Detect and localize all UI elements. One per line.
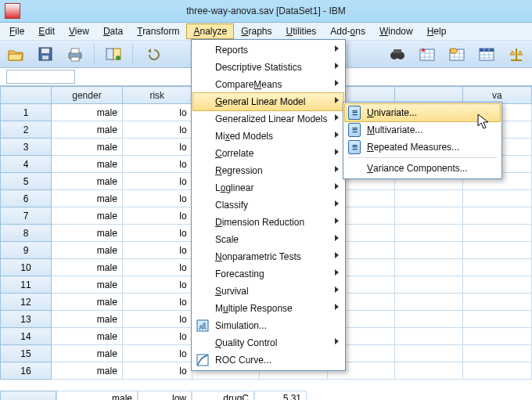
cell[interactable]	[395, 259, 463, 276]
menu-item-loglinear[interactable]: Loglinear	[193, 179, 343, 196]
cell[interactable]: lo	[122, 173, 192, 190]
cell[interactable]: lo	[122, 104, 192, 121]
cell[interactable]: drugC	[192, 391, 254, 400]
cell[interactable]	[395, 345, 463, 362]
cell[interactable]	[395, 276, 463, 294]
cell[interactable]	[462, 345, 531, 362]
column-header-risk[interactable]: risk	[122, 87, 192, 104]
cell[interactable]	[395, 362, 463, 380]
menu-graphs[interactable]: Graphs	[235, 24, 278, 38]
row-header[interactable]: 1	[1, 104, 52, 121]
menu-item-survival[interactable]: Survival	[193, 283, 343, 300]
insert-cases-button[interactable]	[416, 43, 438, 65]
cell[interactable]: lo	[122, 139, 192, 156]
cell[interactable]	[395, 311, 463, 328]
menu-item-reports[interactable]: Reports	[193, 41, 343, 59]
menu-item-variance-components[interactable]: Variance Components...	[345, 160, 500, 177]
cell[interactable]: male	[52, 294, 123, 311]
row-header[interactable]: 2	[1, 121, 52, 139]
cell[interactable]: lo	[122, 259, 192, 276]
cell[interactable]	[462, 259, 531, 276]
menu-item-compare-means[interactable]: Compare Means	[193, 76, 343, 93]
cell[interactable]	[395, 225, 463, 242]
save-button[interactable]	[34, 43, 56, 65]
cell[interactable]: male	[52, 362, 123, 380]
cell[interactable]: male	[52, 345, 123, 362]
cell[interactable]: lo	[122, 345, 192, 362]
row-header[interactable]: 12	[1, 294, 52, 311]
menu-item-dimension-reduction[interactable]: Dimension Reduction	[193, 214, 343, 231]
menu-data[interactable]: Data	[97, 24, 129, 38]
cell[interactable]: 5.31	[254, 391, 307, 400]
menu-file[interactable]: File	[3, 24, 31, 38]
row-header[interactable]: 11	[1, 276, 52, 294]
cell[interactable]	[395, 190, 463, 207]
cell[interactable]: lo	[122, 121, 192, 139]
cell[interactable]: male	[52, 139, 123, 156]
cell[interactable]: male	[52, 121, 123, 139]
cell[interactable]: lo	[122, 328, 192, 345]
menu-item-quality-control[interactable]: Quality Control	[193, 334, 343, 351]
menu-help[interactable]: Help	[421, 24, 453, 38]
row-header[interactable]: 6	[1, 190, 52, 207]
cell[interactable]: male	[52, 207, 123, 225]
menu-analyze[interactable]: Analyze	[187, 24, 233, 38]
menu-item-nonparametric-tests[interactable]: Nonparametric Tests	[193, 248, 343, 265]
menu-item-classify[interactable]: Classify	[193, 196, 343, 214]
cell[interactable]: lo	[122, 362, 192, 380]
name-box[interactable]	[6, 70, 75, 84]
menu-item-descriptive-statistics[interactable]: Descriptive Statistics	[193, 59, 343, 76]
cell[interactable]: lo	[122, 311, 192, 328]
menu-utilities[interactable]: Utilities	[280, 24, 323, 38]
row-header[interactable]: 16	[1, 362, 52, 380]
menu-item-regression[interactable]: Regression	[193, 162, 343, 179]
cell[interactable]	[395, 242, 463, 259]
row-header[interactable]: 9	[1, 242, 52, 259]
cell[interactable]: male	[52, 242, 123, 259]
cell[interactable]	[462, 294, 531, 311]
cell[interactable]: lo	[122, 190, 192, 207]
row-header[interactable]: 14	[1, 328, 52, 345]
open-button[interactable]	[5, 43, 27, 65]
row-header[interactable]: 10	[1, 259, 52, 276]
cell[interactable]: male	[52, 104, 123, 121]
row-header[interactable]: 5	[1, 173, 52, 190]
cell[interactable]	[462, 328, 531, 345]
undo-button[interactable]	[141, 43, 163, 65]
cell[interactable]: male	[52, 311, 123, 328]
row-header[interactable]: 4	[1, 156, 52, 173]
menu-item-simulation[interactable]: Simulation...	[193, 317, 343, 334]
cell[interactable]: male	[52, 190, 123, 207]
cell[interactable]: lo	[122, 242, 192, 259]
cell[interactable]	[462, 362, 531, 380]
menu-item-scale[interactable]: Scale	[193, 231, 343, 248]
menu-view[interactable]: View	[63, 24, 95, 38]
menu-item-univariate[interactable]: ☰Univariate...	[345, 104, 500, 121]
find-button[interactable]	[386, 43, 408, 65]
menu-item-correlate[interactable]: Correlate	[193, 145, 343, 162]
cell[interactable]	[395, 328, 463, 345]
menu-item-general-linear-model[interactable]: General Linear Model	[193, 93, 343, 110]
cell[interactable]: lo	[122, 156, 192, 173]
cell[interactable]: lo	[122, 294, 192, 311]
cell[interactable]: male	[56, 391, 138, 400]
cell[interactable]	[462, 207, 531, 225]
cell[interactable]: male	[52, 173, 123, 190]
menu-item-mixed-models[interactable]: Mixed Models	[193, 128, 343, 145]
cell[interactable]	[462, 225, 531, 242]
use-variable-sets-button[interactable]	[476, 43, 498, 65]
cell[interactable]: low	[138, 391, 192, 400]
cell[interactable]: male	[52, 328, 123, 345]
value-labels-button[interactable]	[446, 43, 468, 65]
menu-item-roc-curve[interactable]: ROC Curve...	[193, 351, 343, 369]
menu-transform[interactable]: Transform	[131, 24, 185, 38]
column-header-gender[interactable]: gender	[52, 87, 123, 104]
menu-item-repeated-measures[interactable]: ☰Repeated Measures...	[345, 139, 500, 156]
weight-button[interactable]	[505, 43, 527, 65]
cell[interactable]	[462, 276, 531, 294]
cell[interactable]: lo	[122, 207, 192, 225]
cell[interactable]: male	[52, 259, 123, 276]
menu-edit[interactable]: Edit	[32, 24, 61, 38]
menu-item-multiple-response[interactable]: Multiple Response	[193, 300, 343, 317]
row-header[interactable]: 13	[1, 311, 52, 328]
